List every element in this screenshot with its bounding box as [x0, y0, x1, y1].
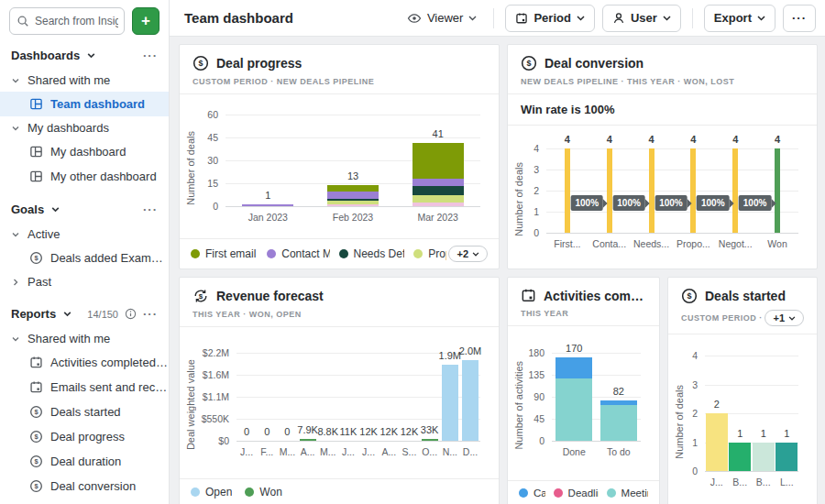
win-rate-banner: Win rate is 100%: [508, 94, 817, 126]
item-label: Deal progress: [50, 430, 125, 444]
x-axis-label: M...: [318, 446, 338, 457]
sidebar-item-goal[interactable]: $ Deals added Example t...: [0, 246, 169, 270]
viewer-dropdown[interactable]: Viewer: [402, 11, 483, 26]
reports-shared-group[interactable]: Shared with me: [0, 327, 169, 350]
my-dashboards-group[interactable]: My dashboards: [0, 116, 169, 139]
sidebar-item-my-other-dashboard[interactable]: My other dashboard: [0, 164, 169, 189]
bar[interactable]: [412, 143, 464, 205]
legend-item[interactable]: Won: [245, 486, 281, 499]
item-label: Activities completed an...: [50, 356, 169, 369]
legend-item[interactable]: Needs Defined: [339, 247, 405, 260]
bar[interactable]: [776, 443, 798, 472]
bar[interactable]: [729, 443, 751, 472]
bar[interactable]: [462, 360, 478, 440]
report-item-deals-started[interactable]: $ Deals started: [0, 400, 169, 424]
bar-slot: 8.8K: [318, 353, 338, 441]
legend-item[interactable]: Deadline: [554, 488, 599, 499]
caret-down-icon: [472, 252, 479, 257]
legend-item[interactable]: Contact Made: [267, 247, 329, 260]
bar[interactable]: [732, 148, 738, 233]
shared-with-me-group[interactable]: Shared with me: [0, 69, 169, 92]
deal-conversion-card: $ Deal conversion NEW DEALS PIPELINE · T…: [507, 44, 818, 269]
goals-section-header[interactable]: Goals ···: [0, 189, 169, 223]
bar-value-label: 82: [613, 386, 624, 397]
page-title: Team dashboard: [184, 10, 293, 26]
x-axis: DoneTo do: [552, 446, 641, 457]
bar-value-label: 0: [264, 426, 270, 437]
report-item-deal-progress[interactable]: $ Deal progress: [0, 424, 169, 449]
bar-value-label: 0: [244, 426, 249, 437]
calendar-icon: [29, 380, 43, 394]
card-title: Revenue forecast: [216, 289, 324, 303]
bar-value-label: 1: [737, 428, 742, 439]
goals-more-button[interactable]: ···: [143, 203, 158, 216]
more-button[interactable]: ···: [783, 5, 816, 32]
legend-item[interactable]: First email sent: [191, 247, 258, 260]
report-item-activities-completed[interactable]: Activities completed an...: [0, 350, 169, 375]
bar[interactable]: [775, 148, 780, 233]
report-item-deal-conversion[interactable]: $ Deal conversion: [0, 474, 169, 499]
card-title: Deal progress: [216, 56, 302, 71]
legend-item[interactable]: Meeting: [607, 488, 648, 499]
reports-section-header[interactable]: Reports 14/150 ···: [0, 293, 169, 327]
info-icon[interactable]: [125, 308, 137, 320]
bar-segment: [462, 360, 478, 440]
deal-progress-card: $ Deal progress CUSTOM PERIOD · NEW DEAL…: [179, 44, 500, 269]
report-item-deals-won-over-time[interactable]: $ Deals won over time: [0, 499, 169, 504]
bar[interactable]: [327, 185, 379, 205]
bar-segment: [422, 439, 438, 441]
add-button[interactable]: +: [132, 7, 160, 35]
card-subtitle: THIS YEAR: [521, 309, 646, 318]
bar[interactable]: [565, 148, 570, 233]
bar[interactable]: [600, 400, 637, 441]
filters-more-pill[interactable]: +1: [764, 310, 804, 326]
svg-text:$: $: [526, 59, 531, 68]
chevron-down-icon: [11, 334, 20, 344]
active-goals-group[interactable]: Active: [0, 223, 169, 246]
legend-more-pill[interactable]: +2: [448, 246, 488, 262]
eye-icon: [407, 11, 422, 26]
bar[interactable]: [706, 413, 728, 471]
bar-slot: 7.9K: [298, 353, 318, 441]
report-item-emails[interactable]: Emails sent and received: [0, 375, 169, 400]
dashboards-more-button[interactable]: ···: [143, 49, 158, 62]
legend-label: Meeting: [622, 488, 648, 499]
y-axis-title: Number of deals: [185, 131, 200, 205]
user-filter-button[interactable]: User: [602, 5, 681, 32]
bar[interactable]: [442, 365, 458, 441]
bar[interactable]: [649, 148, 654, 233]
legend-item[interactable]: Open: [191, 486, 232, 499]
caret-down-icon: [577, 16, 585, 21]
bar[interactable]: [690, 148, 696, 233]
dashboards-section-header[interactable]: Dashboards ···: [0, 35, 169, 69]
legend-item[interactable]: Propo: [413, 247, 446, 260]
bar[interactable]: [556, 357, 592, 441]
bar[interactable]: [422, 439, 438, 441]
sidebar-item-my-dashboard[interactable]: My dashboard: [0, 139, 169, 164]
card-subtitle: THIS YEAR · WON, OPEN: [192, 310, 486, 319]
chart-legend: Open Won: [180, 478, 499, 504]
past-goals-group[interactable]: Past: [0, 270, 169, 293]
period-filter-button[interactable]: Period: [505, 5, 594, 32]
bar[interactable]: [607, 148, 612, 233]
bar-segment: [729, 443, 751, 472]
reports-more-button[interactable]: ···: [143, 307, 158, 321]
caret-down-icon: [788, 316, 796, 321]
item-label: Deal conversion: [50, 479, 136, 493]
chevron-right-icon: [11, 278, 20, 287]
x-axis-label: To do: [597, 446, 642, 457]
legend-item[interactable]: Call: [519, 488, 545, 499]
bar[interactable]: [753, 443, 775, 472]
bar-segment: [775, 148, 780, 233]
chevron-down-icon: [86, 50, 96, 60]
export-button[interactable]: Export: [704, 5, 776, 32]
bar-segment: [556, 378, 592, 441]
bar[interactable]: [242, 204, 293, 206]
legend-label: Contact Made: [281, 247, 329, 260]
bar[interactable]: [300, 439, 316, 441]
bar-slot: 1: [226, 115, 311, 206]
bar-segment: [412, 179, 464, 186]
sidebar-item-team-dashboard[interactable]: Team dashboard: [0, 92, 169, 116]
report-item-deal-duration[interactable]: $ Deal duration: [0, 449, 169, 474]
plot-area: 2111: [705, 356, 798, 471]
